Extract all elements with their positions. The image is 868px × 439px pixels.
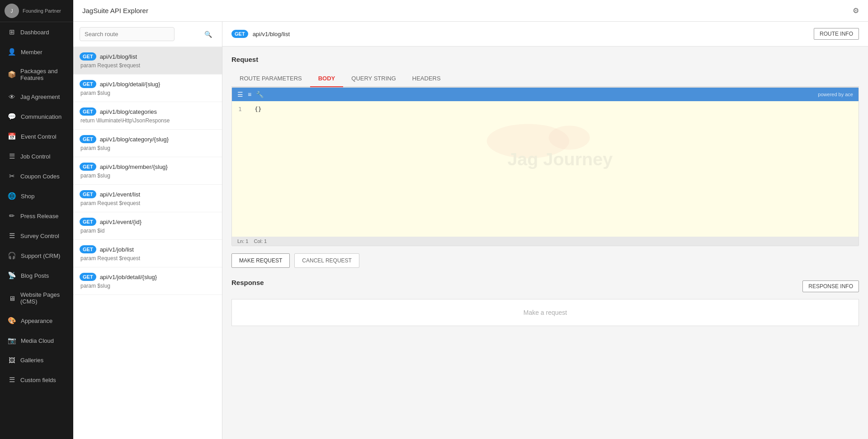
tab-body[interactable]: BODY	[310, 70, 344, 87]
sidebar-item-communication[interactable]: 💬 Communication	[0, 107, 73, 126]
sidebar-item-press-release[interactable]: ✏ Press Release	[0, 206, 73, 226]
content-area: 🔍 GET api/v1/blog/list param Request $re…	[73, 22, 868, 439]
sidebar-label-support-crm: Support (CRM)	[21, 252, 60, 259]
route-param-text: param Request $request	[80, 255, 216, 262]
route-path-text: api/v1/blog/detail/{slug}	[100, 81, 160, 88]
method-badge: GET	[80, 52, 96, 61]
route-item-top: GET api/v1/event/{id}	[80, 218, 216, 226]
route-item[interactable]: GET api/v1/blog/member/{slug} param $slu…	[73, 157, 222, 185]
media-cloud-icon: 📷	[8, 336, 16, 345]
status-col: Col: 1	[254, 238, 267, 244]
line-number: 1	[238, 106, 247, 112]
route-item-top: GET api/v1/job/detail/{slug}	[80, 273, 216, 281]
sidebar-item-galleries[interactable]: 🖼 Galleries	[0, 350, 73, 370]
tab-query-string[interactable]: QUERY STRING	[343, 70, 404, 87]
sidebar-item-website-pages[interactable]: 🖥 Website Pages (CMS)	[0, 285, 73, 311]
route-path-text: api/v1/event/list	[100, 191, 141, 198]
method-badge: GET	[80, 163, 96, 171]
route-path-text: api/v1/event/{id}	[100, 219, 142, 225]
current-method-badge: GET	[231, 30, 248, 38]
sidebar-item-jag-agreement[interactable]: 👁 Jag Agreement	[0, 87, 73, 107]
route-param-text: param $id	[80, 228, 216, 234]
route-item[interactable]: GET api/v1/blog/detail/{slug} param $slu…	[73, 75, 222, 102]
route-item[interactable]: GET api/v1/blog/categories return \Illum…	[73, 102, 222, 130]
svg-text:Jag Journey: Jag Journey	[507, 149, 613, 169]
api-route-display: GET api/v1/blog/list	[231, 30, 290, 38]
route-path-text: api/v1/blog/list	[100, 53, 137, 60]
route-item[interactable]: GET api/v1/job/list param Request $reque…	[73, 240, 222, 267]
tool-icon-1[interactable]: ☰	[237, 91, 243, 98]
route-item-top: GET api/v1/blog/detail/{slug}	[80, 80, 216, 88]
communication-icon: 💬	[8, 112, 16, 121]
sidebar-item-custom-fields[interactable]: ☰ Custom fields	[0, 370, 73, 390]
editor-body[interactable]: Jag Journey 1 {}	[232, 101, 859, 237]
sidebar-label-coupon-codes: Coupon Codes	[20, 173, 60, 180]
sidebar-item-job-control[interactable]: ☰ Job Control	[0, 146, 73, 166]
sidebar-label-job-control: Job Control	[20, 153, 50, 160]
make-request-button[interactable]: MAKE REQUEST	[231, 253, 290, 268]
sidebar-item-blog-posts[interactable]: 📡 Blog Posts	[0, 266, 73, 285]
sidebar-label-appearance: Appearance	[21, 318, 52, 324]
method-badge: GET	[80, 80, 96, 88]
sidebar-item-event-control[interactable]: 📅 Event Control	[0, 126, 73, 146]
route-item[interactable]: GET api/v1/event/{id} param $id	[73, 212, 222, 240]
galleries-icon: 🖼	[8, 356, 16, 364]
svg-point-3	[549, 126, 590, 149]
editor-toolbar: ☰ ≡ 🔧 powered by ace	[232, 88, 859, 101]
tool-icon-2[interactable]: ≡	[248, 91, 251, 98]
response-info-button[interactable]: RESPONSE INFO	[802, 280, 859, 292]
method-badge: GET	[80, 245, 96, 253]
route-item[interactable]: GET api/v1/blog/category/{slug} param $s…	[73, 130, 222, 157]
route-item-top: GET api/v1/blog/category/{slug}	[80, 135, 216, 143]
tab-route-parameters[interactable]: ROUTE PARAMETERS	[231, 70, 310, 87]
tab-headers[interactable]: HEADERS	[404, 70, 449, 87]
route-info-button[interactable]: ROUTE INFO	[814, 28, 859, 40]
packages-icon: 📦	[8, 70, 16, 79]
press-release-icon: ✏	[8, 212, 16, 220]
shop-icon: 🌐	[8, 192, 16, 200]
route-item[interactable]: GET api/v1/blog/list param Request $requ…	[73, 47, 222, 75]
response-body: Make a request	[231, 299, 859, 326]
search-icon: 🔍	[204, 31, 212, 38]
status-ln: Ln: 1	[237, 238, 248, 244]
cancel-request-button[interactable]: CANCEL REQUEST	[294, 253, 359, 268]
sidebar-item-packages[interactable]: 📦 Packages and Features	[0, 62, 73, 87]
event-control-icon: 📅	[8, 132, 16, 140]
line-code: {}	[255, 106, 262, 112]
tool-icon-3[interactable]: 🔧	[256, 91, 264, 98]
route-item-top: GET api/v1/blog/member/{slug}	[80, 163, 216, 171]
response-header: Response RESPONSE INFO	[231, 279, 859, 294]
sidebar-label-member: Member	[21, 49, 42, 56]
sidebar-item-survey-control[interactable]: ☰ Survey Control	[0, 226, 73, 246]
route-path-text: api/v1/job/detail/{slug}	[100, 274, 157, 280]
route-item[interactable]: GET api/v1/event/list param Request $req…	[73, 185, 222, 212]
route-item-top: GET api/v1/blog/categories	[80, 107, 216, 116]
settings-icon[interactable]: ⚙	[853, 6, 859, 15]
sidebar-item-member[interactable]: 👤 Member	[0, 42, 73, 62]
route-item[interactable]: GET api/v1/job/detail/{slug} param $slug	[73, 267, 222, 295]
website-pages-icon: 🖥	[8, 294, 16, 302]
sidebar-item-shop[interactable]: 🌐 Shop	[0, 186, 73, 206]
jag-agreement-icon: 👁	[8, 93, 16, 101]
sidebar-label-shop: Shop	[21, 193, 34, 200]
appearance-icon: 🎨	[8, 317, 16, 325]
sidebar: J Founding Partner ⊞ Dashboard 👤 Member …	[0, 0, 73, 439]
sidebar-item-media-cloud[interactable]: 📷 Media Cloud	[0, 331, 73, 350]
watermark: Jag Journey	[459, 110, 631, 180]
sidebar-label-website-pages: Website Pages (CMS)	[20, 291, 67, 305]
logo-text: Founding Partner	[23, 8, 61, 14]
editor-status-bar: Ln: 1 Col: 1	[232, 237, 859, 246]
route-path-text: api/v1/blog/member/{slug}	[100, 163, 168, 170]
sidebar-label-blog-posts: Blog Posts	[21, 272, 49, 279]
search-input[interactable]	[80, 27, 175, 41]
sidebar-label-dashboard: Dashboard	[20, 29, 49, 36]
method-badge: GET	[80, 135, 96, 143]
sidebar-item-dashboard[interactable]: ⊞ Dashboard	[0, 22, 73, 42]
route-item-top: GET api/v1/blog/list	[80, 52, 216, 61]
sidebar-label-press-release: Press Release	[20, 213, 59, 220]
route-param-text: param Request $request	[80, 200, 216, 206]
sidebar-item-support-crm[interactable]: 🎧 Support (CRM)	[0, 246, 73, 266]
sidebar-item-appearance[interactable]: 🎨 Appearance	[0, 311, 73, 331]
sidebar-item-coupon-codes[interactable]: ✂ Coupon Codes	[0, 166, 73, 186]
route-param-text: return \Illuminate\Http\JsonResponse	[80, 117, 216, 124]
